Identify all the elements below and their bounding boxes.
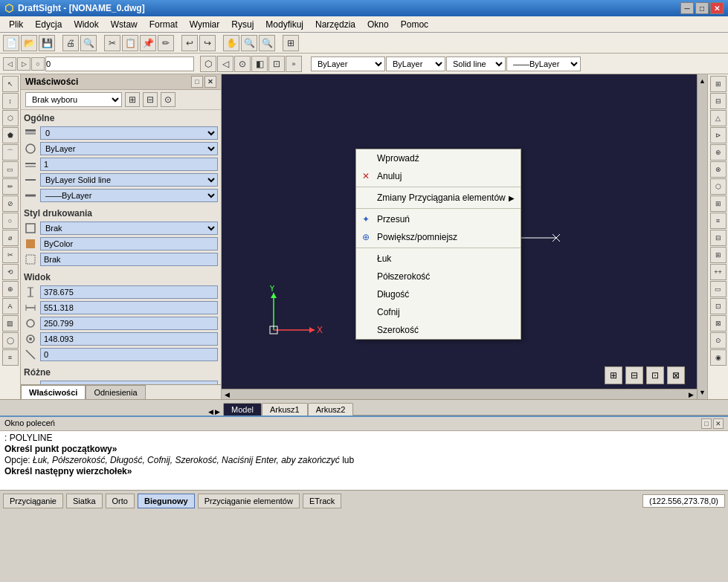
cmd-prev[interactable]: ◁ [3,57,16,71]
bottom-scrollbar[interactable]: ◀ ▶ [222,389,697,399]
lt-poly[interactable]: ⬟ [2,127,19,143]
rt-btn5[interactable]: ⊕ [710,144,727,161]
menu-wymiar[interactable]: Wymiar [184,18,226,31]
menu-pomoc[interactable]: Pomoc [395,18,434,31]
tab-properties[interactable]: Właściwości [21,385,86,399]
ctx-luk[interactable]: Łuk [356,250,521,268]
rt-btn6[interactable]: ⊗ [710,161,727,178]
canvas-icon-2[interactable]: ⊟ [625,366,643,384]
menu-widok[interactable]: Widok [68,18,104,31]
grid-button-status[interactable]: Siatka [66,494,103,508]
ctx-wprowadz[interactable]: Wprowadź [356,149,521,167]
menu-edycja[interactable]: Edycja [29,18,68,31]
lt-point[interactable]: ◯ [2,332,19,349]
rt-btn12[interactable]: ++ [710,264,727,280]
lt-text[interactable]: A [2,298,19,314]
ortho-button[interactable]: Orto [106,494,135,508]
lt-rect[interactable]: ▭ [2,161,19,178]
rt-btn11[interactable]: ⊞ [710,247,727,263]
minimize-button[interactable]: ─ [680,2,694,14]
rt-btn15[interactable]: ⊠ [710,315,727,332]
canvas-icon-3[interactable]: ⊡ [646,366,664,384]
ctx-anuluj[interactable]: ✕ Anuluj [356,167,521,185]
cmd-close-button[interactable]: ✕ [713,418,724,429]
canvas-area[interactable]: X Y Wprowadź ✕ Anuluj Zmiany Przyciągani… [222,74,707,399]
rt-btn14[interactable]: ⊡ [710,298,727,314]
layer-dropdown-prop[interactable]: 0 [40,126,218,140]
layer-btn4[interactable]: ⊡ [268,56,285,72]
menu-narzedzia[interactable]: Narzędzia [309,18,361,31]
open-button[interactable]: 📂 [21,35,37,51]
cmd-next[interactable]: ▷ [17,57,30,71]
linetype-dropdown-prop[interactable]: ByLayer Solid line [40,173,218,187]
ctx-cofnij[interactable]: Cofnij [356,303,521,321]
grid-button[interactable]: ⊞ [283,35,299,51]
cmd-expand-button[interactable]: □ [701,418,712,429]
props-btn1[interactable]: ⊞ [125,92,140,107]
menu-format[interactable]: Format [144,18,184,31]
lt-hatch[interactable]: ▨ [2,315,19,332]
scroll-down-button[interactable]: ▼ [699,389,706,396]
tab-model[interactable]: Model [223,403,262,416]
rt-btn4[interactable]: ⊳ [710,127,727,143]
rt-btn7[interactable]: ⬡ [710,178,727,195]
tab-arkusz2[interactable]: Arkusz2 [308,403,354,416]
ctx-przesuń[interactable]: ✦ Przesuń [356,210,521,228]
layer-btn2[interactable]: ⊙ [234,56,251,72]
menu-rysuj[interactable]: Rysuj [225,18,260,31]
rt-btn13[interactable]: ▭ [710,281,727,297]
tab-references[interactable]: Odniesienia [86,385,145,399]
lt-select[interactable]: ↖ [2,76,19,92]
etrack-button[interactable]: ETrack [303,494,341,508]
scroll-up-button[interactable]: ▲ [699,77,706,85]
lt-lines[interactable]: ≡ [2,349,19,366]
rt-btn3[interactable]: △ [710,110,727,126]
lt-arc[interactable]: ⌒ [2,144,19,161]
rt-btn2[interactable]: ⊟ [710,93,727,109]
rt-btn9[interactable]: ≡ [710,213,727,229]
rt-btn8[interactable]: ⊞ [710,195,727,212]
props-maximize[interactable]: □ [191,76,203,88]
lt-diameter[interactable]: ⌀ [2,230,19,246]
ctx-dlugosc[interactable]: Długość [356,285,521,303]
cut-button[interactable]: ✂ [104,35,120,51]
copy-button[interactable]: 📋 [122,35,138,51]
zoom-in-button[interactable]: 🔍 [241,35,257,51]
zoom-out-button[interactable]: 🔍 [259,35,275,51]
lt-trim[interactable]: ✂ [2,247,19,263]
props-btn3[interactable]: ⊙ [161,92,175,107]
layer-select[interactable]: ByLayer [311,56,385,71]
rt-btn17[interactable]: ◉ [710,349,727,366]
close-button[interactable]: ✕ [710,2,724,14]
props-close[interactable]: ✕ [204,76,216,88]
undo-button[interactable]: ↩ [181,35,198,51]
redo-button[interactable]: ↪ [199,35,216,51]
ctx-zmiany[interactable]: Zmiany Przyciągania elementów ▶ [356,189,521,207]
scroll-right-button[interactable]: ▶ [689,391,694,398]
new-button[interactable]: 📄 [3,35,19,51]
lt-crosshair[interactable]: ⊘ [2,195,19,212]
lt-circle[interactable]: ○ [2,213,19,229]
lt-pencil[interactable]: ✏ [2,178,19,195]
paste-button[interactable]: 📌 [140,35,156,51]
scroll-left-button[interactable]: ◀ [225,391,230,398]
ctx-powiekszpomniejsz[interactable]: ⊕ Powiększ/pomniejsz [356,228,521,246]
canvas-icon-4[interactable]: ⊠ [667,366,685,384]
lt-rotate[interactable]: ⟲ [2,264,19,280]
rt-btn10[interactable]: ⊟ [710,230,727,246]
save-button[interactable]: 💾 [39,35,55,51]
lineweight-dropdown-prop[interactable]: ——ByLayer [40,189,218,202]
menu-wstaw[interactable]: Wstaw [105,18,144,31]
tab-scroll-right[interactable]: ▶ [215,408,220,416]
tab-scroll-left[interactable]: ◀ [208,408,213,416]
layer-prev-button[interactable]: ◁ [217,56,233,72]
cmd-circle[interactable]: ○ [31,57,45,71]
pan-button[interactable]: ✋ [223,35,239,51]
lt-move[interactable]: ↕ [2,93,19,109]
color-dropdown-prop[interactable]: ByLayer [40,142,218,155]
layer-btn3[interactable]: ◧ [251,56,268,72]
linestyle-select[interactable]: Solid line [446,56,506,71]
lt-hexagon[interactable]: ⬡ [2,110,19,126]
osnap-button[interactable]: Przyciąganie elementów [198,494,300,508]
rt-btn16[interactable]: ⊙ [710,332,727,349]
